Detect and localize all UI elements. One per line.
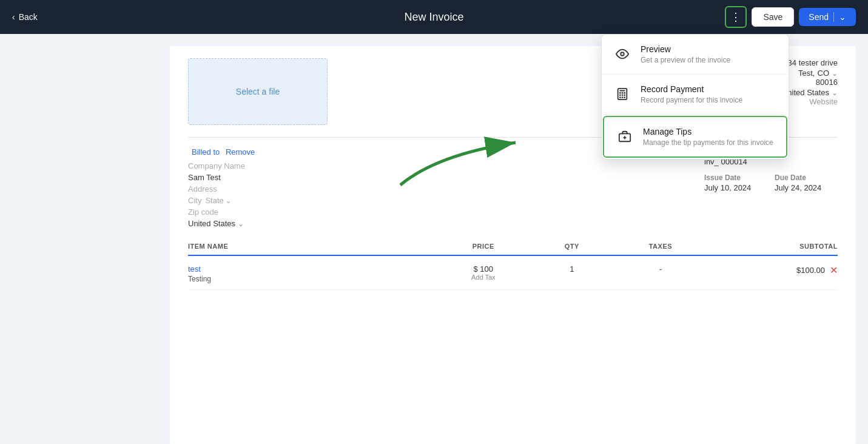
record-payment-title: Record Payment [641, 84, 778, 94]
menu-item-preview[interactable]: Preview Get a preview of the invoice [602, 35, 789, 75]
send-chevron-icon[interactable]: ⌄ [833, 12, 846, 22]
col-qty: QTY [542, 243, 601, 250]
preview-text: Preview Get a preview of the invoice [641, 44, 778, 64]
state-select[interactable]: State ⌄ [205, 196, 231, 205]
issue-date-value: July 10, 2024 [704, 183, 767, 192]
manage-tips-title: Manage Tips [643, 127, 775, 136]
state-chevron-icon[interactable]: ⌄ [832, 69, 838, 78]
country-chevron-icon[interactable]: ⌄ [832, 89, 838, 97]
table-header: ITEM NAME PRICE QTY TAXES SUBTOTAL [188, 243, 838, 256]
table-row: test Testing $ 100 Add Tax 1 - $100.00 ✕ [188, 258, 838, 290]
manage-tips-desc: Manage the tip payments for this invoice [643, 138, 775, 147]
col-item-name: ITEM NAME [188, 243, 424, 250]
country-value: United States [188, 219, 235, 228]
city-placeholder: City [188, 196, 201, 205]
add-tax-link[interactable]: Add Tax [424, 274, 542, 281]
send-button[interactable]: Send ⌄ [799, 8, 856, 26]
calculator-icon [613, 84, 632, 104]
more-options-button[interactable]: ⋮ [725, 6, 747, 28]
issue-date-block: Issue Date July 10, 2024 [704, 173, 767, 192]
send-label: Send [809, 12, 829, 22]
billed-country-chevron-icon[interactable]: ⌄ [238, 220, 244, 228]
preview-title: Preview [641, 44, 778, 54]
due-date-block: Due Date July 24, 2024 [775, 173, 838, 192]
due-date-value: July 24, 2024 [775, 183, 838, 192]
company-city: Test, [798, 69, 815, 78]
back-button[interactable]: ‹ Back [12, 12, 38, 22]
header: ‹ Back New Invoice ⋮ Save Send ⌄ [0, 0, 868, 34]
row-item-name[interactable]: test [188, 264, 424, 274]
issue-date-label: Issue Date [704, 173, 767, 182]
manage-tips-text: Manage Tips Manage the tip payments for … [643, 127, 775, 147]
row-item-desc: Testing [188, 275, 424, 283]
col-subtotal: SUBTOTAL [719, 243, 838, 250]
dots-icon: ⋮ [730, 10, 741, 24]
row-qty: 1 [542, 264, 601, 274]
row-item-info: test Testing [188, 264, 424, 283]
address-placeholder: Address [188, 184, 692, 193]
svg-point-0 [621, 52, 624, 56]
save-button[interactable]: Save [752, 7, 794, 27]
delete-row-button[interactable]: ✕ [830, 264, 838, 276]
row-taxes: - [602, 264, 720, 274]
price-value: $ 100 [424, 264, 542, 274]
remove-link[interactable]: Remove [226, 147, 255, 156]
items-table: ITEM NAME PRICE QTY TAXES SUBTOTAL test … [188, 243, 838, 290]
company-state: CO [818, 69, 830, 78]
sidebar [0, 34, 170, 444]
back-arrow-icon: ‹ [12, 12, 15, 22]
back-label: Back [19, 12, 38, 22]
eye-icon [613, 44, 632, 64]
menu-item-manage-tips[interactable]: Manage Tips Manage the tip payments for … [603, 116, 787, 158]
dropdown-menu: Preview Get a preview of the invoice Rec… [601, 34, 789, 160]
menu-item-record-payment[interactable]: Record Payment Record payment for this i… [602, 75, 789, 115]
record-payment-desc: Record payment for this invoice [641, 96, 778, 104]
company-name-placeholder: Company Name [188, 161, 692, 170]
billed-country: United States ⌄ [188, 219, 692, 228]
billed-to-label: Billed to [192, 147, 220, 156]
subtotal-value: $100.00 [796, 266, 825, 275]
customer-name: Sam Test [188, 173, 692, 182]
row-subtotal: $100.00 ✕ [719, 264, 838, 276]
state-placeholder: State [205, 196, 223, 205]
date-grid: Issue Date July 10, 2024 Due Date July 2… [704, 173, 838, 192]
record-payment-text: Record Payment Record payment for this i… [641, 84, 778, 104]
col-taxes: TAXES [602, 243, 720, 250]
tips-icon [615, 127, 634, 146]
header-actions: ⋮ Save Send ⌄ [725, 6, 856, 28]
page-title: New Invoice [404, 11, 463, 24]
billed-city-state: City State ⌄ [188, 196, 692, 205]
col-price: PRICE [424, 243, 542, 250]
row-price: $ 100 Add Tax [424, 264, 542, 281]
state-dropdown-icon[interactable]: ⌄ [225, 196, 232, 205]
preview-desc: Get a preview of the invoice [641, 56, 778, 64]
logo-upload[interactable]: Select a file [188, 58, 328, 125]
zip-placeholder: Zip code [188, 207, 692, 217]
due-date-label: Due Date [775, 173, 838, 182]
select-file-label: Select a file [236, 87, 280, 96]
